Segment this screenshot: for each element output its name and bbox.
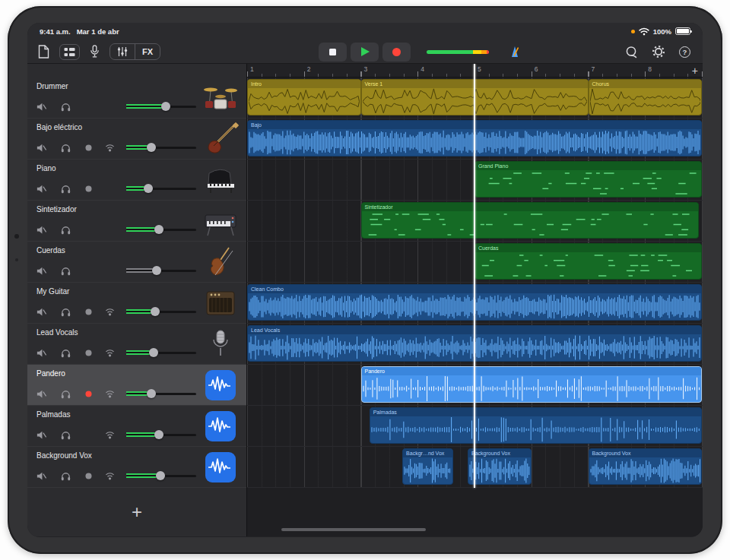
track-header-pandero[interactable]: Pandero xyxy=(27,365,246,406)
stop-button[interactable] xyxy=(319,43,347,62)
horizontal-scrollbar[interactable] xyxy=(281,528,426,531)
input-monitor-icon[interactable] xyxy=(103,346,116,359)
mute-icon[interactable] xyxy=(35,141,47,153)
solo-headphones-icon[interactable] xyxy=(59,182,71,195)
solo-headphones-icon[interactable] xyxy=(59,141,71,153)
volume-slider[interactable] xyxy=(126,100,196,112)
playhead[interactable] xyxy=(474,64,475,488)
volume-slider[interactable] xyxy=(126,223,196,236)
solo-headphones-icon[interactable] xyxy=(59,388,71,400)
volume-slider-knob[interactable] xyxy=(161,102,170,111)
master-volume-slider[interactable] xyxy=(427,50,489,54)
volume-slider[interactable] xyxy=(126,346,196,359)
wave-instrument-icon[interactable] xyxy=(201,410,240,443)
volume-slider-knob[interactable] xyxy=(154,225,163,234)
drums-instrument-icon[interactable] xyxy=(201,81,240,115)
volume-slider[interactable] xyxy=(126,264,196,277)
input-monitor-icon[interactable] xyxy=(103,429,116,441)
volume-slider-knob[interactable] xyxy=(154,430,163,439)
region-background-vox[interactable]: Background Vox xyxy=(589,448,703,485)
record-enable-icon[interactable] xyxy=(82,470,94,482)
volume-slider[interactable] xyxy=(126,429,196,441)
wave-instrument-icon[interactable] xyxy=(201,451,240,484)
mute-icon[interactable] xyxy=(35,305,47,318)
solo-headphones-icon[interactable] xyxy=(59,223,71,236)
track-header-background-vox[interactable]: Background Vox xyxy=(27,447,246,488)
bar-number-1: 1 xyxy=(250,65,254,73)
volume-slider[interactable] xyxy=(126,388,196,400)
input-monitor-icon[interactable] xyxy=(103,388,116,400)
input-monitor-icon[interactable] xyxy=(103,470,116,482)
solo-headphones-icon[interactable] xyxy=(59,100,71,112)
add-track-button[interactable]: + xyxy=(27,488,246,536)
song-browser-button[interactable] xyxy=(38,45,49,59)
metronome-button[interactable] xyxy=(508,45,522,59)
track-header-palmadas[interactable]: Palmadas xyxy=(27,406,246,447)
microphone-button[interactable] xyxy=(90,45,100,59)
fx-button[interactable]: FX xyxy=(135,44,160,59)
region-pandero[interactable]: Pandero xyxy=(361,366,703,403)
solo-headphones-icon[interactable] xyxy=(59,429,71,441)
mute-icon[interactable] xyxy=(35,346,47,359)
ruler-add-button[interactable]: + xyxy=(692,64,698,78)
region-grand-piano[interactable]: Grand Piano xyxy=(474,161,702,198)
volume-slider[interactable] xyxy=(126,141,196,153)
input-monitor-icon[interactable] xyxy=(103,305,116,318)
mic-instrument-icon[interactable] xyxy=(201,327,240,361)
track-header-sintetizador[interactable]: Sintetizador xyxy=(27,201,246,242)
solo-headphones-icon[interactable] xyxy=(59,264,71,277)
track-header-my-guitar[interactable]: My Guitar xyxy=(27,283,246,324)
record-enable-icon[interactable] xyxy=(82,305,94,318)
mute-icon[interactable] xyxy=(35,470,47,482)
track-header-cuerdas[interactable]: Cuerdas xyxy=(27,242,246,283)
region-chorus[interactable]: Chorus xyxy=(589,79,703,115)
solo-headphones-icon[interactable] xyxy=(59,346,71,359)
loop-browser-button[interactable] xyxy=(625,46,638,59)
record-button[interactable] xyxy=(382,43,411,62)
solo-headphones-icon[interactable] xyxy=(59,470,71,482)
settings-button[interactable] xyxy=(652,45,665,59)
record-enable-icon[interactable] xyxy=(82,388,94,400)
track-header-drummer[interactable]: Drummer xyxy=(27,78,246,119)
mute-icon[interactable] xyxy=(35,429,47,441)
volume-slider[interactable] xyxy=(126,182,196,195)
tracks-view-button[interactable] xyxy=(59,44,80,60)
region-background-vox[interactable]: Background Vox xyxy=(468,448,532,485)
volume-slider-knob[interactable] xyxy=(149,348,158,357)
region-palmadas[interactable]: Palmadas xyxy=(370,407,702,444)
play-button[interactable] xyxy=(351,43,379,62)
volume-slider-knob[interactable] xyxy=(147,389,156,398)
region-intro[interactable]: Intro xyxy=(247,79,361,115)
track-header-lead-vocals[interactable]: Lead Vocals xyxy=(27,324,246,365)
mute-icon[interactable] xyxy=(35,223,47,236)
volume-slider-knob[interactable] xyxy=(152,266,161,275)
region-sintetizador[interactable]: Sintetizador xyxy=(361,202,700,239)
mute-icon[interactable] xyxy=(35,264,47,277)
record-enable-icon[interactable] xyxy=(82,346,94,359)
volume-slider[interactable] xyxy=(126,470,196,482)
volume-slider-knob[interactable] xyxy=(144,184,153,193)
amp-instrument-icon[interactable] xyxy=(201,286,240,320)
record-enable-icon[interactable] xyxy=(82,141,94,153)
wave-instrument-icon[interactable] xyxy=(201,369,240,402)
synth-instrument-icon[interactable] xyxy=(201,204,240,238)
record-enable-icon[interactable] xyxy=(82,182,94,195)
piano-instrument-icon[interactable] xyxy=(201,163,240,197)
region-backgr-nd-vox[interactable]: Backgr…nd Vox xyxy=(402,448,453,485)
mixer-button[interactable] xyxy=(110,44,135,59)
mute-icon[interactable] xyxy=(35,182,47,195)
volume-slider-knob[interactable] xyxy=(151,307,160,316)
strings-instrument-icon[interactable] xyxy=(201,245,240,279)
input-monitor-icon[interactable] xyxy=(103,141,116,153)
solo-headphones-icon[interactable] xyxy=(59,305,71,318)
mute-icon[interactable] xyxy=(35,388,47,400)
volume-slider-knob[interactable] xyxy=(156,471,165,480)
track-header-piano[interactable]: Piano xyxy=(27,160,246,201)
help-button[interactable]: ? xyxy=(679,46,690,58)
mute-icon[interactable] xyxy=(35,100,47,112)
region-cuerdas[interactable]: Cuerdas xyxy=(474,243,702,280)
volume-slider[interactable] xyxy=(126,305,196,318)
track-header-bajo-el-ctrico[interactable]: Bajo eléctrico xyxy=(27,119,246,160)
volume-slider-knob[interactable] xyxy=(147,143,156,152)
bass-instrument-icon[interactable] xyxy=(201,122,240,156)
